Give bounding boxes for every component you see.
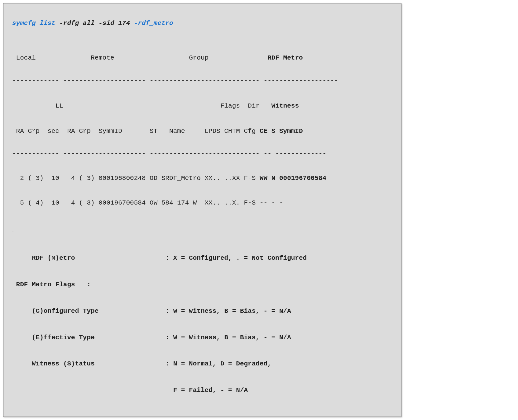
hdr-dir: Dir xyxy=(248,102,260,109)
hdr-flags: Flags xyxy=(220,102,240,109)
divider-2: ------------ --------------------- -----… xyxy=(12,149,392,158)
cmd-part2: -rdfg all -sid 174 xyxy=(55,20,134,27)
row1-left: 2 ( 3) 10 4 ( 3) 000196800248 OD SRDF_Me… xyxy=(12,175,260,182)
legend-line-1: RDF (M)etro : X = Configured, . = Not Co… xyxy=(12,253,392,263)
terminal-output: symcfg list -rdfg all -sid 174 -rdf_metr… xyxy=(3,3,401,417)
col-hdr-ce: CE S SymmID xyxy=(260,128,303,135)
hdr-rdf-metro: RDF Metro xyxy=(267,54,303,61)
data-row-1: 2 ( 3) 10 4 ( 3) 000196800248 OD SRDF_Me… xyxy=(12,174,392,183)
hdr-ll: LL xyxy=(55,102,63,109)
legend-line-3: (C)onfigured Type : W = Witness, B = Bia… xyxy=(12,307,392,316)
divider-1: ------------ --------------------- -----… xyxy=(12,76,392,85)
hdr-group: Group xyxy=(189,54,209,61)
legend-line-4: (E)ffective Type : W = Witness, B = Bias… xyxy=(12,333,392,342)
legend-line-5: Witness (S)tatus : N = Normal, D = Degra… xyxy=(12,359,392,368)
hdr-witness: Witness xyxy=(271,102,299,109)
col-hdr-left: RA-Grp sec RA-Grp SymmID ST Name LPDS CH… xyxy=(12,128,260,135)
column-headers: RA-Grp sec RA-Grp SymmID ST Name LPDS CH… xyxy=(12,127,392,136)
cmd-part1: symcfg list xyxy=(12,20,55,27)
legend-line-2: RDF Metro Flags : xyxy=(12,280,392,289)
data-row-2: 5 ( 4) 10 4 ( 3) 000196700584 OW 584_174… xyxy=(12,198,392,207)
hdr-remote: Remote xyxy=(91,54,114,61)
row2-left: 5 ( 4) 10 4 ( 3) 000196700584 OW 584_174… xyxy=(12,199,283,206)
row1-bold: WW N 000196700584 xyxy=(260,175,326,182)
cmd-part3: -rdf_metro xyxy=(134,20,173,27)
ellipsis: … xyxy=(12,226,392,234)
section-headers: Local Remote Group RDF Metro xyxy=(12,53,392,62)
sub-header-1: LL Flags Dir Witness xyxy=(12,101,392,110)
legend-line-6: F = Failed, - = N/A xyxy=(12,386,392,395)
hdr-local: Local xyxy=(16,54,36,61)
command-line: symcfg list -rdfg all -sid 174 -rdf_metr… xyxy=(12,19,392,28)
